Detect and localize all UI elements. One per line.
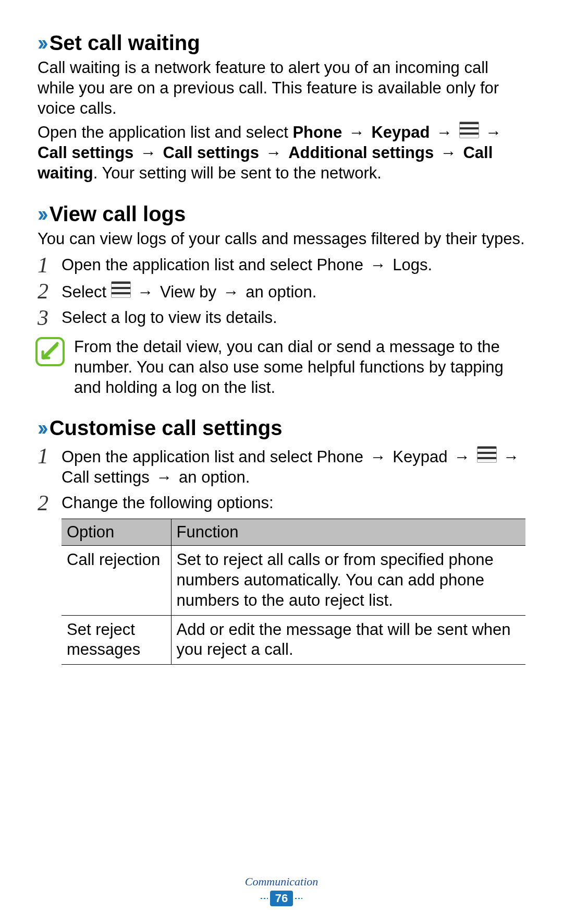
arrow-icon: → xyxy=(137,283,153,301)
path-logs: Logs xyxy=(393,256,427,274)
text: an option. xyxy=(174,468,250,486)
note-text: From the detail view, you can dial or se… xyxy=(74,337,525,398)
heading-text: Customise call settings xyxy=(50,416,283,440)
instruction-list: 1 Open the application list and select P… xyxy=(38,446,525,665)
heading-text: View call logs xyxy=(50,202,186,226)
step-row: 1 Open the application list and select P… xyxy=(38,446,525,488)
arrow-icon: → xyxy=(440,143,457,162)
arrow-icon: → xyxy=(503,448,519,466)
step-text: Select a log to view its details. xyxy=(62,308,525,328)
path-call-settings: Call settings xyxy=(38,143,133,162)
text: Open the application list and select xyxy=(62,256,316,274)
path-additional-settings: Additional settings xyxy=(288,143,434,162)
text: Open the application list and select xyxy=(38,123,292,141)
arrow-icon: → xyxy=(485,123,501,141)
text: Open the application list and select xyxy=(62,448,316,466)
menu-icon xyxy=(459,122,479,138)
table-row: Call rejection Set to reject all calls o… xyxy=(62,546,525,615)
path-call-settings: Call settings xyxy=(62,468,150,486)
arrow-icon: → xyxy=(370,448,386,466)
step-text: Change the following options: Option Fun… xyxy=(62,493,525,665)
menu-icon xyxy=(477,446,497,463)
path-keypad: Keypad xyxy=(393,448,447,466)
text: an option. xyxy=(241,283,317,301)
arrow-icon: → xyxy=(370,256,386,274)
step-row: 2 Select → View by → an option. xyxy=(38,281,525,303)
menu-icon xyxy=(111,281,131,298)
intro-paragraph: Call waiting is a network feature to ale… xyxy=(38,58,525,118)
step-number: 1 xyxy=(38,445,62,467)
table-cell-option: Call rejection xyxy=(62,546,171,615)
options-table: Option Function Call rejection Set to re… xyxy=(62,519,525,665)
footer-section-name: Communication xyxy=(0,875,563,889)
heading-text: Set call waiting xyxy=(50,31,200,55)
arrow-icon: → xyxy=(266,143,282,162)
note-block: From the detail view, you can dial or se… xyxy=(38,337,525,398)
table-cell-function: Set to reject all calls or from specifie… xyxy=(171,546,525,615)
step-text: Select → View by → an option. xyxy=(62,281,525,303)
step-number: 2 xyxy=(38,280,62,302)
heading-chevron-icon: ›› xyxy=(38,31,45,55)
arrow-icon: → xyxy=(454,448,470,466)
section-customise-call-settings: ›› Customise call settings 1 Open the ap… xyxy=(38,416,525,665)
table-header-row: Option Function xyxy=(62,519,525,546)
step-number: 1 xyxy=(38,254,62,276)
step-row: 3 Select a log to view its details. xyxy=(38,308,525,329)
step-number: 3 xyxy=(38,307,62,329)
instruction-list: 1 Open the application list and select P… xyxy=(38,255,525,329)
table-header-function: Function xyxy=(171,519,525,546)
note-icon xyxy=(35,337,65,366)
arrow-icon: → xyxy=(156,468,172,486)
table-header-option: Option xyxy=(62,519,171,546)
text: . xyxy=(428,256,433,274)
table-cell-option: Set reject messages xyxy=(62,615,171,665)
heading-row: ›› Customise call settings xyxy=(38,416,525,440)
text: Select xyxy=(62,283,111,301)
section-set-call-waiting: ›› Set call waiting Call waiting is a ne… xyxy=(38,31,525,184)
path-phone: Phone xyxy=(316,256,363,274)
heading-row: ›› Set call waiting xyxy=(38,31,525,55)
footer-page-number: 76 xyxy=(270,891,293,906)
path-view-by: View by xyxy=(160,283,216,301)
step-row: 1 Open the application list and select P… xyxy=(38,255,525,276)
step-number: 2 xyxy=(38,492,62,514)
path-phone: Phone xyxy=(316,448,363,466)
step-text: Open the application list and select Pho… xyxy=(62,446,525,488)
intro-paragraph: You can view logs of your calls and mess… xyxy=(38,229,525,249)
step-text: Open the application list and select Pho… xyxy=(62,255,525,275)
arrow-icon: → xyxy=(223,283,239,301)
document-page: ›› Set call waiting Call waiting is a ne… xyxy=(0,0,563,924)
heading-chevron-icon: ›› xyxy=(38,202,45,226)
path-call-settings-2: Call settings xyxy=(163,143,259,162)
table-row: Set reject messages Add or edit the mess… xyxy=(62,615,525,665)
path-phone: Phone xyxy=(292,123,342,141)
arrow-icon: → xyxy=(349,123,365,141)
text: Change the following options: xyxy=(62,494,274,512)
page-footer: Communication 76 xyxy=(0,875,563,906)
text: . Your setting will be sent to the netwo… xyxy=(93,164,382,182)
arrow-icon: → xyxy=(436,123,452,141)
arrow-icon: → xyxy=(140,143,156,162)
step-row: 2 Change the following options: Option F… xyxy=(38,493,525,665)
heading-chevron-icon: ›› xyxy=(38,416,45,440)
table-cell-function: Add or edit the message that will be sen… xyxy=(171,615,525,665)
heading-row: ›› View call logs xyxy=(38,202,525,226)
instruction-paragraph: Open the application list and select Pho… xyxy=(38,122,525,183)
section-view-call-logs: ›› View call logs You can view logs of y… xyxy=(38,202,525,398)
path-keypad: Keypad xyxy=(371,123,430,141)
